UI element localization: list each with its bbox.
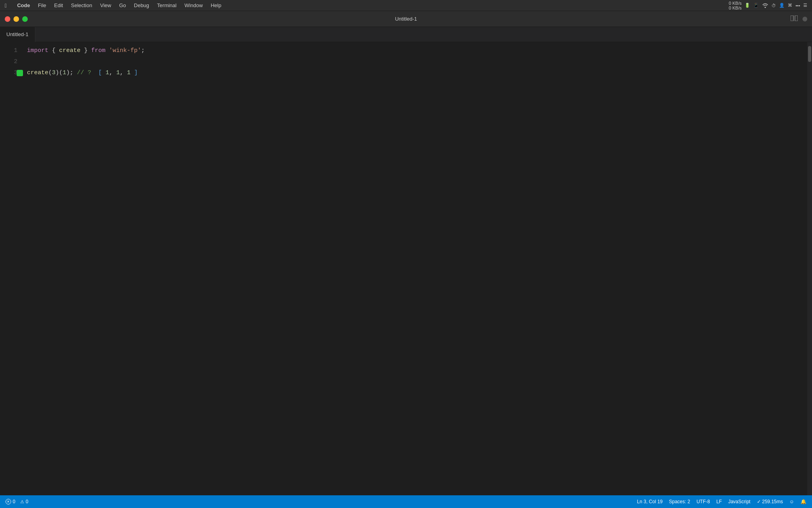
battery-icon: 🔋 (745, 3, 750, 8)
paren-open: ( (48, 67, 52, 79)
warning-number: 0 (26, 499, 29, 504)
error-count[interactable]: ✕ 0 (6, 499, 15, 504)
more-icon: ••• (795, 3, 800, 8)
error-icon: ✕ (6, 499, 11, 504)
code-editor[interactable]: import { create } from 'wink-fp' ; creat… (24, 42, 807, 495)
code-line-1: import { create } from 'wink-fp' ; (27, 45, 807, 56)
fn-create-call: create (27, 67, 48, 79)
breakpoint-marker (17, 70, 23, 76)
tab-bar: Untitled-1 (0, 27, 812, 42)
apple-logo-icon: ⌘ (788, 3, 792, 8)
menu-help[interactable]: Help (207, 2, 225, 9)
menu-terminal[interactable]: Terminal (153, 2, 180, 9)
comment-quokka: // ? (77, 67, 95, 79)
titlebar: Untitled-1 (0, 11, 812, 27)
line-col-indicator[interactable]: Ln 3, Col 19 (637, 499, 663, 504)
language-indicator[interactable]: JavaScript (728, 499, 751, 504)
tab-label: Untitled-1 (6, 31, 29, 37)
bracket-close: ] (130, 67, 138, 79)
warning-count[interactable]: ⚠ 0 (20, 499, 29, 504)
split-editor-icon[interactable] (791, 15, 798, 23)
keyword-from: from (91, 45, 105, 56)
menu-go[interactable]: Go (115, 2, 130, 9)
menu-window[interactable]: Window (180, 2, 207, 9)
paren-close: )( (56, 67, 63, 79)
num-1: 1 (63, 67, 66, 79)
statusbar-right: Ln 3, Col 19 Spaces: 2 UTF-8 LF JavaScri… (637, 499, 806, 504)
num-3: 3 (52, 67, 56, 79)
scrollbar-thumb[interactable] (808, 46, 811, 62)
network-status: 0 KB/s0 KB/s (729, 1, 741, 10)
clock-icon: ⏱ (772, 3, 776, 8)
minimap[interactable] (807, 42, 812, 495)
statusbar: ✕ 0 ⚠ 0 Ln 3, Col 19 Spaces: 2 UTF-8 LF … (0, 495, 812, 508)
bell-icon[interactable]: 🔔 (801, 499, 806, 504)
titlebar-right (791, 15, 807, 23)
phone-icon: 📱 (753, 3, 759, 8)
arr-1b: 1 (116, 67, 120, 79)
arr-1c: 1 (127, 67, 130, 79)
spaces-indicator[interactable]: Spaces: 2 (669, 499, 690, 504)
code-line-3: create ( 3 )( 1 ); // ? [ 1 , 1 , 1 ] (27, 67, 807, 79)
line-number-2: 2 (0, 56, 17, 67)
menu-code[interactable]: Code (13, 2, 34, 9)
traffic-lights (5, 16, 28, 22)
list-icon: ☰ (803, 3, 807, 8)
window-title: Untitled-1 (395, 16, 417, 22)
quokka-indicator[interactable]: ✓ 259.15ms (757, 499, 783, 504)
menu-view[interactable]: View (96, 2, 115, 9)
tab-untitled[interactable]: Untitled-1 (0, 27, 35, 42)
plain-space: { (48, 45, 59, 56)
menu-edit[interactable]: Edit (50, 2, 67, 9)
smiley-icon[interactable]: ☺ (789, 499, 794, 504)
menu-file[interactable]: File (34, 2, 50, 9)
bracket-open: [ (95, 67, 105, 79)
menubar:  Code File Edit Selection View Go Debug… (0, 0, 812, 11)
eol-indicator[interactable]: LF (716, 499, 722, 504)
keyword-import: import (27, 45, 48, 56)
close-button[interactable] (5, 16, 10, 22)
apple-menu[interactable]:  (5, 2, 7, 9)
statusbar-left: ✕ 0 ⚠ 0 (6, 499, 28, 504)
plain-space2 (105, 45, 109, 56)
editor-area[interactable]: 1 2 3 import { create } from 'wink-fp' ;… (0, 42, 812, 495)
menu-debug[interactable]: Debug (130, 2, 153, 9)
dirty-indicator (802, 17, 807, 21)
line-numbers: 1 2 3 (0, 42, 24, 495)
maximize-button[interactable] (22, 16, 28, 22)
menubar-right-items: 0 KB/s0 KB/s 🔋 📱 ⏱ 👤 ⌘ ••• ☰ (729, 1, 807, 10)
identifier-create: create (59, 45, 80, 56)
svg-rect-0 (791, 15, 793, 21)
semicolon-1: ; (141, 45, 145, 56)
string-winkfp: 'wink-fp' (109, 45, 141, 56)
arr-1a: 1 (105, 67, 109, 79)
svg-rect-1 (795, 15, 798, 21)
user-icon: 👤 (779, 3, 785, 8)
plain-brace: } (80, 45, 91, 56)
code-line-2 (27, 56, 807, 67)
wifi-icon (762, 2, 768, 9)
line-number-3: 3 (0, 67, 17, 79)
line-number-1: 1 (0, 45, 17, 56)
menu-selection[interactable]: Selection (67, 2, 96, 9)
error-number: 0 (13, 499, 15, 504)
encoding-indicator[interactable]: UTF-8 (697, 499, 710, 504)
empty-line (27, 56, 31, 67)
comma-2: , (120, 67, 127, 79)
warning-icon: ⚠ (20, 499, 24, 504)
comma-1: , (109, 67, 116, 79)
paren-close-2: ); (66, 67, 77, 79)
minimize-button[interactable] (13, 16, 19, 22)
